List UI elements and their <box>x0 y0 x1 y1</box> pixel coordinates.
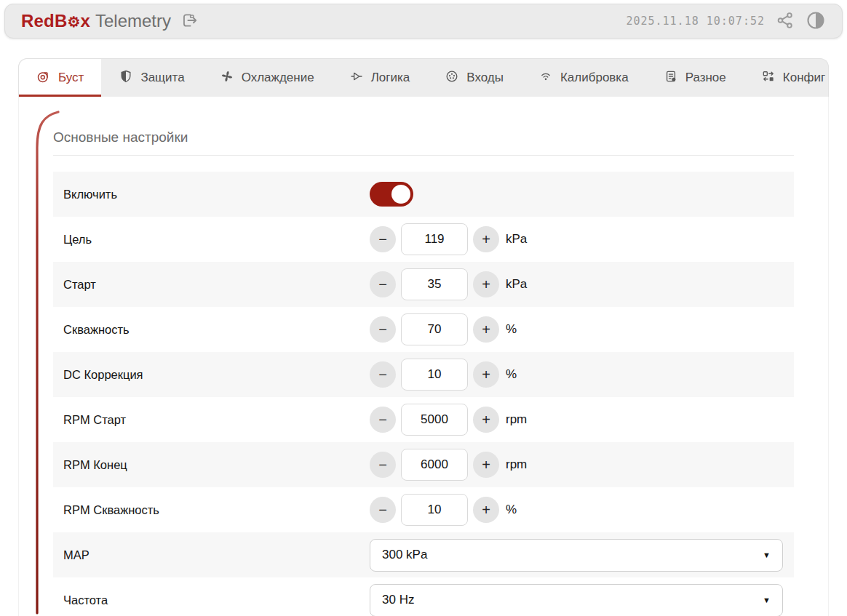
decrement-button[interactable]: − <box>370 271 396 297</box>
unit-label: rpm <box>506 457 527 472</box>
export-button[interactable] <box>180 11 199 32</box>
unit-label: % <box>506 322 517 337</box>
decrement-button[interactable]: − <box>370 497 396 523</box>
map-select[interactable]: 300 kPa ▼ <box>370 539 783 572</box>
settings-row-start: Старт − + kPa <box>53 262 794 307</box>
decrement-button[interactable]: − <box>370 226 396 252</box>
datetime-display: 2025.11.18 10:07:52 <box>626 15 765 28</box>
enable-toggle[interactable] <box>370 182 413 207</box>
tab-bar: Буст Защита Охлаждение <box>18 58 829 97</box>
value-input[interactable] <box>401 268 468 300</box>
unit-label: kPa <box>506 232 527 247</box>
value-input[interactable] <box>401 313 468 345</box>
theme-toggle-button[interactable] <box>806 10 826 33</box>
app-header: RedB⚙x Telemetry 2025.11.18 10:07:52 <box>4 4 843 39</box>
value-input[interactable] <box>401 449 468 481</box>
config-icon <box>761 69 776 87</box>
settings-rows: Включить Цель − + kPa Старт − <box>53 172 794 616</box>
section-divider <box>53 155 794 156</box>
app-logo: RedB⚙x Telemetry <box>21 11 171 31</box>
tab-protection[interactable]: Защита <box>101 59 202 97</box>
settings-row-rpm-end: RPM Конец − + rpm <box>53 442 794 487</box>
tab-label: Логика <box>371 71 410 85</box>
fan-icon <box>220 69 234 87</box>
increment-button[interactable]: + <box>473 271 499 297</box>
select-value: 30 Hz <box>382 593 414 607</box>
row-label: DC Коррекция <box>63 368 370 382</box>
signal-icon <box>538 69 553 87</box>
tab-label: Охлаждение <box>242 71 314 85</box>
settings-row-target: Цель − + kPa <box>53 217 794 262</box>
increment-button[interactable]: + <box>473 497 499 523</box>
settings-row-enable: Включить <box>53 172 794 217</box>
tab-label: Разное <box>685 71 726 85</box>
toggle-knob <box>391 185 410 204</box>
row-label: RPM Скважность <box>63 503 370 517</box>
settings-row-frequency: Частота 30 Hz ▼ <box>53 577 794 616</box>
basic-settings-section: Основные настройки Включить Цель − + kPa <box>19 97 828 616</box>
tab-config[interactable]: Конфиг <box>744 59 829 97</box>
settings-row-dc-correction: DC Коррекция − + % <box>53 352 794 397</box>
value-input[interactable] <box>401 404 468 436</box>
increment-button[interactable]: + <box>473 452 499 478</box>
decrement-button[interactable]: − <box>370 316 396 343</box>
increment-button[interactable]: + <box>473 316 499 343</box>
unit-label: % <box>506 367 517 382</box>
increment-button[interactable]: + <box>473 226 499 252</box>
row-label: Частота <box>63 593 370 607</box>
row-label: RPM Конец <box>63 458 370 472</box>
logo-gear-icon: ⚙ <box>67 13 80 31</box>
tab-label: Входы <box>466 71 504 85</box>
share-button[interactable] <box>776 11 795 32</box>
select-value: 300 kPa <box>382 548 427 562</box>
tab-label: Буст <box>58 71 84 85</box>
settings-row-duty: Скважность − + % <box>53 307 794 352</box>
unit-label: % <box>506 503 517 517</box>
value-input[interactable] <box>401 223 468 255</box>
tab-boost[interactable]: Буст <box>19 59 101 97</box>
share-icon <box>776 11 795 32</box>
tab-panel-boost: Основные настройки Включить Цель − + kPa <box>18 97 829 616</box>
value-input[interactable] <box>401 359 468 391</box>
value-input[interactable] <box>401 494 468 526</box>
tab-misc[interactable]: Разное <box>646 59 744 97</box>
chevron-down-icon: ▼ <box>763 551 771 559</box>
tab-label: Конфиг <box>783 71 825 85</box>
tab-cooling[interactable]: Охлаждение <box>202 59 332 97</box>
decrement-button[interactable]: − <box>370 361 396 388</box>
decrement-button[interactable]: − <box>370 452 396 478</box>
settings-row-rpm-duty: RPM Скважность − + % <box>53 487 794 532</box>
increment-button[interactable]: + <box>473 407 499 433</box>
tab-label: Калибровка <box>560 71 629 85</box>
frequency-select[interactable]: 30 Hz ▼ <box>370 584 783 616</box>
unit-label: kPa <box>506 277 527 292</box>
connector-icon <box>445 69 459 87</box>
logo-text-x: x <box>80 11 90 31</box>
tab-logic[interactable]: Логика <box>332 59 428 97</box>
row-label: Включить <box>63 188 370 201</box>
tab-calibration[interactable]: Калибровка <box>521 59 646 97</box>
settings-row-rpm-start: RPM Старт − + rpm <box>53 397 794 442</box>
row-label: RPM Старт <box>63 413 370 427</box>
tab-label: Защита <box>140 71 184 85</box>
logo-suffix: Telemetry <box>95 11 171 31</box>
turbo-icon <box>36 69 51 87</box>
row-label: Скважность <box>63 323 370 337</box>
logo-text-redb: RedB <box>21 11 67 31</box>
increment-button[interactable]: + <box>473 361 499 388</box>
tab-inputs[interactable]: Входы <box>427 59 521 97</box>
unit-label: rpm <box>506 412 527 427</box>
settings-row-map: MAP 300 kPa ▼ <box>53 532 794 577</box>
decrement-button[interactable]: − <box>370 407 396 433</box>
half-circle-theme-icon <box>806 10 826 33</box>
logic-gate-icon <box>349 69 364 87</box>
chevron-down-icon: ▼ <box>763 596 771 604</box>
section-accent-curve <box>32 110 61 615</box>
section-title: Основные настройки <box>53 129 794 145</box>
row-label: MAP <box>63 548 370 562</box>
row-label: Цель <box>63 233 370 247</box>
document-icon <box>664 69 678 87</box>
shield-icon <box>119 69 133 87</box>
row-label: Старт <box>63 278 370 292</box>
export-icon <box>180 11 199 32</box>
